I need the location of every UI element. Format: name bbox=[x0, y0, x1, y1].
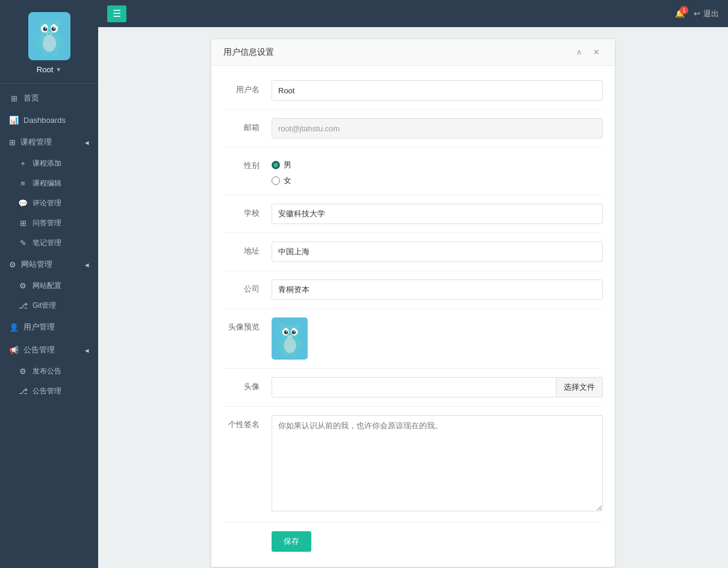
gopher-icon bbox=[31, 15, 67, 57]
school-row: 学校 bbox=[223, 195, 603, 233]
card-close-button[interactable]: ✕ bbox=[590, 46, 603, 58]
settings-card: 用户信息设置 ∧ ✕ 用户名 bbox=[211, 39, 615, 567]
company-input[interactable] bbox=[272, 279, 603, 300]
gender-female-radio[interactable] bbox=[272, 176, 280, 185]
sidebar-item-home-label: 首页 bbox=[23, 93, 39, 104]
svg-point-7 bbox=[53, 27, 54, 28]
file-input-wrap: 选择文件 bbox=[272, 377, 603, 398]
note-label: 笔记管理 bbox=[33, 238, 61, 248]
gender-female-option[interactable]: 女 bbox=[272, 175, 603, 186]
sidebar-item-note[interactable]: ✎ 笔记管理 bbox=[9, 233, 98, 253]
svg-point-5 bbox=[51, 27, 55, 31]
svg-point-24 bbox=[293, 331, 294, 332]
publish-icon: ⚙ bbox=[18, 367, 28, 376]
sidebar-item-dashboards[interactable]: 📊 Dashboards bbox=[0, 110, 98, 131]
sidebar-item-git[interactable]: ⎇ Git管理 bbox=[9, 296, 98, 316]
course-icon: ⊞ bbox=[9, 138, 16, 147]
logo-name: Root ▼ bbox=[37, 65, 61, 74]
sidebar-item-comment[interactable]: 💬 评论管理 bbox=[9, 193, 98, 213]
email-input bbox=[272, 118, 603, 139]
comment-label: 评论管理 bbox=[33, 198, 61, 208]
svg-point-31 bbox=[282, 352, 288, 357]
avatar-label: 头像 bbox=[223, 377, 272, 392]
save-button[interactable]: 保存 bbox=[272, 531, 311, 552]
company-row: 公司 bbox=[223, 271, 603, 309]
svg-point-23 bbox=[285, 331, 287, 332]
topbar: ☰ 🔔 1 ↩ 退出 bbox=[98, 0, 728, 27]
close-icon: ✕ bbox=[593, 48, 600, 57]
svg-point-9 bbox=[48, 33, 51, 35]
avatar-preview-image bbox=[272, 317, 308, 360]
school-input[interactable] bbox=[272, 204, 603, 224]
sidebar-item-publish-announce[interactable]: ⚙ 发布公告 bbox=[9, 361, 98, 381]
site-config-icon: ⚙ bbox=[18, 281, 28, 290]
sidebar-item-edit-course[interactable]: ≡ 课程编辑 bbox=[9, 173, 98, 193]
course-group-label: 课程管理 bbox=[20, 137, 52, 148]
add-course-label: 课程添加 bbox=[33, 158, 61, 169]
course-chevron-icon: ◂ bbox=[85, 138, 89, 147]
home-icon: ⊞ bbox=[9, 94, 19, 103]
gender-male-radio[interactable] bbox=[272, 161, 280, 169]
svg-point-32 bbox=[291, 352, 297, 357]
avatar-gopher-icon bbox=[273, 319, 306, 358]
svg-point-28 bbox=[284, 337, 296, 353]
announce-group-label: 公告管理 bbox=[23, 345, 55, 355]
sidebar-item-home[interactable]: ⊞ 首页 bbox=[0, 87, 98, 110]
svg-point-10 bbox=[38, 19, 44, 27]
gender-female-label: 女 bbox=[284, 175, 291, 186]
sidebar-item-user-mgmt[interactable]: 👤 用户管理 bbox=[0, 316, 98, 339]
svg-point-15 bbox=[41, 51, 48, 56]
sidebar-item-site-config[interactable]: ⚙ 网站配置 bbox=[9, 276, 98, 296]
user-mgmt-label: 用户管理 bbox=[23, 322, 55, 332]
sidebar-item-manage-announce[interactable]: ⎇ 公告管理 bbox=[9, 381, 98, 401]
sidebar-logo: Root ▼ bbox=[0, 0, 98, 84]
sidebar-item-qa[interactable]: ⊞ 问答管理 bbox=[9, 213, 98, 233]
notification-button[interactable]: 🔔 1 bbox=[675, 9, 685, 18]
address-input[interactable] bbox=[272, 242, 603, 262]
qa-label: 问答管理 bbox=[33, 218, 61, 228]
site-group-label: 网站管理 bbox=[21, 259, 52, 270]
form-actions: 保存 bbox=[223, 522, 603, 555]
svg-point-26 bbox=[279, 323, 285, 329]
main-content: 用户信息设置 ∧ ✕ 用户名 bbox=[98, 27, 728, 568]
announce-submenu: ⚙ 发布公告 ⎇ 公告管理 bbox=[0, 361, 98, 401]
card-body: 用户名 邮箱 性别 bbox=[211, 66, 615, 567]
file-text-input[interactable] bbox=[272, 377, 556, 398]
gender-row: 性别 男 女 bbox=[223, 148, 603, 195]
sidebar-group-site[interactable]: ⚙ 网站管理 ◂ bbox=[0, 253, 98, 276]
comment-icon: 💬 bbox=[18, 199, 28, 208]
signature-textarea[interactable] bbox=[272, 415, 603, 511]
announce-icon: 📢 bbox=[9, 346, 19, 355]
username-input[interactable] bbox=[272, 80, 603, 101]
logout-icon: ↩ bbox=[694, 9, 700, 18]
course-submenu: + 课程添加 ≡ 课程编辑 💬 评论管理 ⊞ 问答管理 ✎ 笔记管理 bbox=[0, 154, 98, 253]
email-label: 邮箱 bbox=[223, 118, 272, 133]
card-collapse-button[interactable]: ∧ bbox=[573, 46, 585, 58]
sidebar-item-add-course[interactable]: + 课程添加 bbox=[9, 154, 98, 173]
logo-caret: ▼ bbox=[55, 66, 61, 73]
note-icon: ✎ bbox=[18, 239, 28, 248]
sidebar: Root ▼ ⊞ 首页 📊 Dashboards ⊞ 课程管理 ◂ bbox=[0, 0, 98, 568]
company-label: 公司 bbox=[223, 279, 272, 295]
card-title: 用户信息设置 bbox=[223, 47, 274, 58]
sidebar-group-announce[interactable]: 📢 公告管理 ◂ bbox=[0, 339, 98, 361]
svg-point-6 bbox=[45, 27, 46, 28]
sidebar-group-course[interactable]: ⊞ 课程管理 ◂ bbox=[0, 131, 98, 154]
gender-male-option[interactable]: 男 bbox=[272, 160, 603, 170]
username-label: 用户名 bbox=[223, 80, 272, 95]
site-submenu: ⚙ 网站配置 ⎇ Git管理 bbox=[0, 276, 98, 316]
manage-announce-label: 公告管理 bbox=[33, 386, 61, 396]
qa-icon: ⊞ bbox=[18, 219, 28, 228]
logout-button[interactable]: ↩ 退出 bbox=[694, 8, 719, 19]
add-course-icon: + bbox=[18, 159, 28, 168]
edit-course-icon: ≡ bbox=[18, 179, 28, 188]
collapse-icon: ∧ bbox=[576, 48, 582, 57]
edit-course-label: 课程编辑 bbox=[33, 178, 61, 189]
sidebar-nav: ⊞ 首页 📊 Dashboards ⊞ 课程管理 ◂ + 课程添加 bbox=[0, 84, 98, 568]
git-icon: ⎇ bbox=[18, 301, 28, 310]
school-label: 学校 bbox=[223, 204, 272, 219]
menu-toggle-button[interactable]: ☰ bbox=[107, 5, 126, 22]
svg-point-21 bbox=[284, 330, 287, 334]
signature-row: 个性签名 bbox=[223, 407, 603, 522]
file-choose-button[interactable]: 选择文件 bbox=[556, 377, 603, 398]
